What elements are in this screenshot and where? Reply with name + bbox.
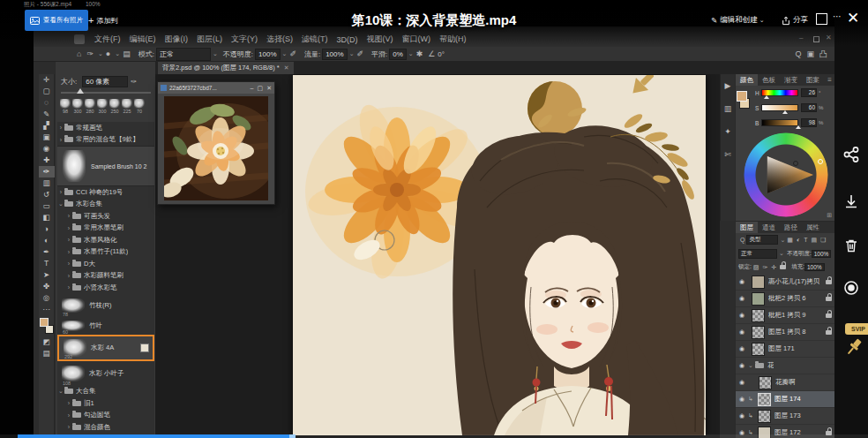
blend-mode-select[interactable]: 正常 [738, 249, 777, 259]
eye-icon[interactable]: ◉ [739, 362, 748, 369]
add-to-button[interactable]: + 添加到 [88, 10, 117, 31]
tab-paths[interactable]: 路径 [780, 222, 802, 233]
marquee-tool[interactable]: ▢ [39, 86, 55, 97]
share-image-icon[interactable]: 凸 [819, 49, 827, 60]
brush-preset[interactable]: 225 [121, 99, 133, 114]
brush-preset[interactable]: 70 [133, 99, 146, 114]
brush-preset[interactable]: 250 [108, 99, 121, 114]
filter-kind-select[interactable]: 类型 [746, 235, 778, 245]
reference-window-titlebar[interactable]: 22a65f3727cbd7... – ▢ ✕ [158, 82, 274, 94]
layer-row[interactable]: ◉ 枇杷2 拷贝 6 [736, 291, 835, 307]
brush-folder-row[interactable]: ›D大 [57, 258, 154, 270]
edit-create-button[interactable]: ✎ 编辑和创建 ⌄ [711, 15, 765, 26]
brush-folder-row[interactable]: ›勾边圆笔 [57, 410, 154, 422]
fill-input[interactable]: 100% [804, 263, 825, 271]
tab-color[interactable]: 颜色 [736, 74, 758, 86]
layer-thumbnail[interactable] [758, 393, 771, 406]
brush-tool-preset-icon[interactable]: ✑ [86, 49, 94, 58]
screen-mode-icon[interactable]: ▤ [39, 348, 55, 359]
brush-folder-row[interactable]: ›旧1 [57, 397, 154, 410]
tab-gradients[interactable]: 渐变 [780, 74, 802, 86]
gradient-tool[interactable]: ◧ [39, 212, 55, 223]
layer-row[interactable]: ◉ 图层1 拷贝 8 [736, 324, 835, 341]
close-button[interactable]: ✕ [847, 9, 859, 27]
filter-smart-icon[interactable]: ❏ [820, 237, 826, 244]
move-tool[interactable]: ✛ [39, 74, 55, 86]
brush-folder-row[interactable]: ›CCI 神奇的19号 [57, 186, 154, 199]
zoom-tool[interactable]: ◎ [39, 292, 55, 304]
frame-tool[interactable]: ▣ [39, 132, 55, 143]
brush-preset[interactable]: 280 [84, 99, 96, 114]
crop-tool[interactable]: ▞ [39, 120, 55, 132]
foreground-color-chip[interactable] [737, 91, 747, 102]
brush-folder-row[interactable]: ›水墨风格化 [57, 234, 154, 246]
eye-icon[interactable]: ◉ [739, 412, 748, 419]
flow-input[interactable]: 100% [322, 49, 347, 60]
record-icon[interactable] [842, 279, 860, 297]
foreground-color-swatch[interactable] [40, 318, 49, 327]
layer-row[interactable]: ◉ ↳ 图层 173 [736, 408, 835, 425]
pen-tool[interactable]: ✒ [39, 246, 55, 258]
brush-tool[interactable]: ✑ [39, 166, 55, 177]
eye-icon[interactable]: ◉ [739, 312, 748, 319]
tab-layers[interactable]: 图层 [736, 222, 758, 233]
close-icon[interactable]: ✕ [266, 85, 272, 92]
airbrush-opacity-icon[interactable]: ✐ [289, 49, 296, 58]
brush-folder-row[interactable]: ›小贤水彩笔 [57, 282, 154, 294]
share-button[interactable]: 分享 [782, 15, 808, 26]
brush-preset[interactable]: 98 [59, 99, 71, 114]
lock-all-icon[interactable] [780, 265, 786, 269]
brush-folder-row[interactable]: ⌄水彩合集 [57, 199, 154, 211]
download-icon[interactable] [842, 193, 860, 210]
brightness-slider-thumb[interactable] [796, 125, 801, 129]
healing-brush-tool[interactable]: ✚ [39, 155, 55, 166]
lock-paint-icon[interactable]: ✑ [762, 264, 767, 271]
actions-panel-icon[interactable]: ▶ [721, 74, 736, 97]
more-options-button[interactable]: ⋯ [833, 11, 842, 21]
saturation-value[interactable]: 60 [801, 103, 817, 112]
quick-mask-icon[interactable]: ◩ [39, 336, 55, 348]
brush-size-slider-thumb[interactable] [77, 88, 84, 94]
lasso-tool[interactable]: ◌ [39, 97, 55, 109]
brush-size-slider[interactable] [61, 92, 151, 94]
brush-folder-row[interactable]: ›常用水墨笔刷 [57, 223, 154, 235]
path-selection-tool[interactable]: ➤ [39, 269, 55, 281]
filter-adjustment-icon[interactable]: ◐ [797, 237, 800, 243]
brush-folder-row[interactable]: ›常用的混合笔【9款】 [57, 134, 154, 147]
eye-icon[interactable]: ◉ [739, 379, 748, 386]
brightness-slider[interactable] [761, 119, 798, 126]
tab-swatches[interactable]: 色板 [758, 74, 780, 86]
brush-folder-row[interactable]: ⌄大合集 [57, 386, 154, 398]
brush-row[interactable]: 78竹枝(R) [57, 294, 154, 317]
saturation-slider[interactable] [761, 104, 798, 111]
opacity-input[interactable]: 100% [255, 49, 280, 60]
brush-folder-row[interactable]: ›水墨竹子(11款) [57, 246, 154, 259]
clip-panel-icon[interactable]: ✄ [721, 143, 736, 166]
brush-folder-row[interactable]: ›混合颜色 [57, 421, 154, 434]
eye-icon[interactable]: ◉ [739, 278, 748, 285]
blur-tool[interactable]: ◑ [39, 223, 55, 235]
brush-folder-row[interactable]: ›可画头发 [57, 210, 154, 223]
eye-icon[interactable]: ◉ [739, 328, 748, 336]
smoothing-input[interactable]: 0% [389, 49, 407, 60]
pin-icon[interactable] [842, 336, 865, 359]
brush-row[interactable]: 60竹叶 [57, 317, 154, 335]
hue-slider[interactable] [761, 89, 798, 96]
layer-row[interactable]: ◉ 惠小花儿(17)拷贝 [736, 274, 835, 291]
toolbar-more-icon[interactable]: ⋯ [39, 304, 55, 315]
brush-row-sampled[interactable]: Sampled Brush 10 2 [57, 146, 154, 186]
pressure-size-icon[interactable]: ✑ [131, 78, 137, 86]
mode-select[interactable]: 正常 [156, 48, 211, 61]
type-tool[interactable]: T [39, 258, 55, 269]
layer-thumbnail[interactable] [758, 410, 771, 423]
filter-pixel-icon[interactable]: ▦ [787, 237, 793, 244]
view-all-photos-button[interactable]: 查看所有照片 [25, 10, 88, 31]
layer-row[interactable]: ◉ 花瓣啊 [736, 374, 835, 391]
fullscreen-button[interactable] [816, 13, 827, 25]
layer-thumbnail[interactable] [759, 376, 772, 389]
layer-thumbnail[interactable] [752, 309, 765, 322]
video-progress-bar[interactable] [0, 434, 868, 438]
layer-thumbnail[interactable] [752, 326, 765, 339]
lock-move-icon[interactable]: ✛ [771, 264, 776, 271]
layer-opacity-input[interactable]: 100% [812, 250, 832, 258]
